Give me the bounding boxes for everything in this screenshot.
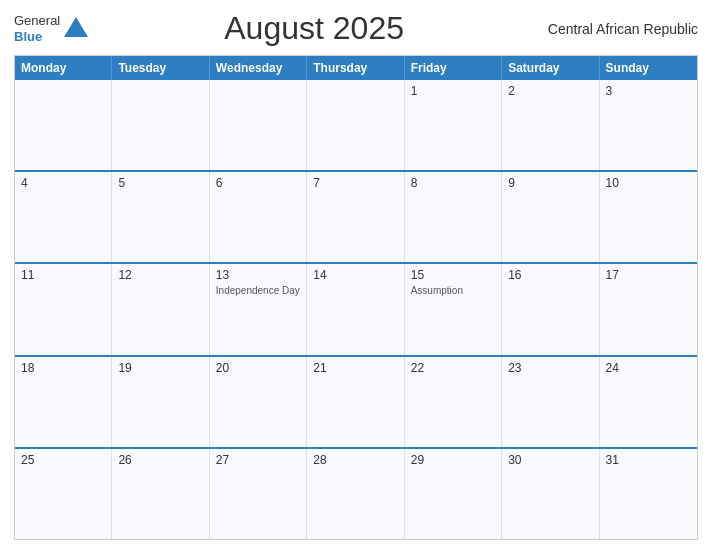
logo-general: General xyxy=(14,13,60,29)
cell-w4-wed: 20 xyxy=(210,357,307,447)
cell-w3-thu: 14 xyxy=(307,264,404,354)
day-5: 5 xyxy=(118,176,202,190)
day-30: 30 xyxy=(508,453,592,467)
day-13: 13 xyxy=(216,268,300,282)
day-1: 1 xyxy=(411,84,495,98)
day-16: 16 xyxy=(508,268,592,282)
day-31: 31 xyxy=(606,453,691,467)
cell-w3-wed: 13 Independence Day xyxy=(210,264,307,354)
day-26: 26 xyxy=(118,453,202,467)
calendar: Monday Tuesday Wednesday Thursday Friday… xyxy=(14,55,698,540)
week-2: 4 5 6 7 8 9 10 xyxy=(15,170,697,262)
logo-icon xyxy=(62,15,90,43)
week-4: 18 19 20 21 22 23 24 xyxy=(15,355,697,447)
day-12: 12 xyxy=(118,268,202,282)
col-thursday: Thursday xyxy=(307,56,404,80)
cell-w5-sat: 30 xyxy=(502,449,599,539)
cell-w5-wed: 27 xyxy=(210,449,307,539)
cell-w4-fri: 22 xyxy=(405,357,502,447)
cell-w1-sat: 2 xyxy=(502,80,599,170)
day-4: 4 xyxy=(21,176,105,190)
cell-w5-thu: 28 xyxy=(307,449,404,539)
cell-w2-thu: 7 xyxy=(307,172,404,262)
page: General Blue August 2025 Central African… xyxy=(0,0,712,550)
logo: General Blue xyxy=(14,13,90,44)
day-19: 19 xyxy=(118,361,202,375)
cell-w1-wed xyxy=(210,80,307,170)
day-7: 7 xyxy=(313,176,397,190)
day-8: 8 xyxy=(411,176,495,190)
col-sunday: Sunday xyxy=(600,56,697,80)
logo-blue: Blue xyxy=(14,29,60,45)
calendar-header: Monday Tuesday Wednesday Thursday Friday… xyxy=(15,56,697,80)
day-24: 24 xyxy=(606,361,691,375)
cell-w3-sat: 16 xyxy=(502,264,599,354)
day-23: 23 xyxy=(508,361,592,375)
event-independence-day: Independence Day xyxy=(216,284,300,297)
svg-marker-0 xyxy=(64,17,88,37)
event-assumption: Assumption xyxy=(411,284,495,297)
cell-w4-sun: 24 xyxy=(600,357,697,447)
cell-w3-mon: 11 xyxy=(15,264,112,354)
cell-w2-tue: 5 xyxy=(112,172,209,262)
cell-w2-mon: 4 xyxy=(15,172,112,262)
header: General Blue August 2025 Central African… xyxy=(14,10,698,47)
day-11: 11 xyxy=(21,268,105,282)
cell-w5-mon: 25 xyxy=(15,449,112,539)
week-1: 1 2 3 xyxy=(15,80,697,170)
col-wednesday: Wednesday xyxy=(210,56,307,80)
month-title: August 2025 xyxy=(90,10,538,47)
cell-w5-sun: 31 xyxy=(600,449,697,539)
day-10: 10 xyxy=(606,176,691,190)
cell-w3-sun: 17 xyxy=(600,264,697,354)
cell-w2-sat: 9 xyxy=(502,172,599,262)
calendar-body: 1 2 3 4 5 6 xyxy=(15,80,697,539)
col-monday: Monday xyxy=(15,56,112,80)
cell-w2-fri: 8 xyxy=(405,172,502,262)
day-2: 2 xyxy=(508,84,592,98)
day-28: 28 xyxy=(313,453,397,467)
logo-text: General Blue xyxy=(14,13,60,44)
week-3: 11 12 13 Independence Day 14 15 Assumpti… xyxy=(15,262,697,354)
col-tuesday: Tuesday xyxy=(112,56,209,80)
cell-w2-wed: 6 xyxy=(210,172,307,262)
cell-w4-tue: 19 xyxy=(112,357,209,447)
col-saturday: Saturday xyxy=(502,56,599,80)
day-25: 25 xyxy=(21,453,105,467)
cell-w3-tue: 12 xyxy=(112,264,209,354)
day-18: 18 xyxy=(21,361,105,375)
cell-w3-fri: 15 Assumption xyxy=(405,264,502,354)
cell-w4-sat: 23 xyxy=(502,357,599,447)
cell-w1-mon xyxy=(15,80,112,170)
col-friday: Friday xyxy=(405,56,502,80)
day-29: 29 xyxy=(411,453,495,467)
cell-w4-mon: 18 xyxy=(15,357,112,447)
day-17: 17 xyxy=(606,268,691,282)
day-27: 27 xyxy=(216,453,300,467)
cell-w4-thu: 21 xyxy=(307,357,404,447)
day-6: 6 xyxy=(216,176,300,190)
cell-w1-fri: 1 xyxy=(405,80,502,170)
cell-w1-sun: 3 xyxy=(600,80,697,170)
day-20: 20 xyxy=(216,361,300,375)
country-label: Central African Republic xyxy=(538,21,698,37)
cell-w1-thu xyxy=(307,80,404,170)
cell-w2-sun: 10 xyxy=(600,172,697,262)
cell-w1-tue xyxy=(112,80,209,170)
day-21: 21 xyxy=(313,361,397,375)
cell-w5-tue: 26 xyxy=(112,449,209,539)
day-15: 15 xyxy=(411,268,495,282)
day-3: 3 xyxy=(606,84,691,98)
day-9: 9 xyxy=(508,176,592,190)
day-14: 14 xyxy=(313,268,397,282)
day-22: 22 xyxy=(411,361,495,375)
cell-w5-fri: 29 xyxy=(405,449,502,539)
week-5: 25 26 27 28 29 30 31 xyxy=(15,447,697,539)
